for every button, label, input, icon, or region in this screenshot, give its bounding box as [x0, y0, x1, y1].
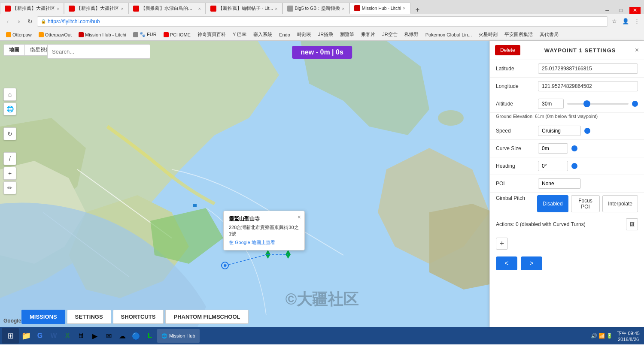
taskbar-line[interactable]: L	[143, 329, 156, 342]
taskbar-cloud[interactable]: ☁	[116, 329, 129, 342]
add-waypoint-btn[interactable]: +	[3, 167, 16, 180]
taskbar-media[interactable]: ▶	[88, 329, 101, 342]
taskbar-active-app[interactable]: 🌐 Mission Hub	[157, 329, 200, 343]
bookmark-passenger[interactable]: 乘客片	[358, 30, 378, 39]
popup-google-maps-link[interactable]: 在 Google 地圖上查看	[229, 240, 275, 245]
home-btn[interactable]: ⌂	[3, 88, 16, 101]
tab-close-4[interactable]: ×	[275, 6, 277, 11]
missions-tab-btn[interactable]: MISSIONS	[21, 310, 65, 324]
refresh-btn[interactable]: ↻	[26, 17, 34, 26]
prev-waypoint-btn[interactable]: <	[496, 256, 517, 270]
longitude-input[interactable]	[538, 81, 638, 91]
tab-label-4: 【新推薦】編輯帖子 - Lit...	[218, 6, 273, 12]
tab-1[interactable]: 【新推薦】大疆社区 ×	[0, 3, 64, 14]
bookmark-other[interactable]: 其代書局	[537, 30, 561, 39]
start-button[interactable]: ⊞	[2, 328, 19, 344]
google-brand: Google	[3, 318, 21, 324]
tab-4[interactable]: 【新推薦】編輯帖子 - Lit... ×	[206, 3, 283, 14]
taskbar-calc[interactable]: 🖩	[75, 329, 88, 342]
bookmark-pokemon-global[interactable]: Pokemon Global Lin...	[423, 31, 474, 38]
taskbar-word[interactable]: W	[47, 329, 60, 342]
gimbal-interpolate-btn[interactable]: Interpolate	[602, 195, 638, 212]
bookmark-private[interactable]: 私悸野	[402, 30, 421, 39]
minimize-btn[interactable]: ─	[602, 7, 613, 14]
shortcuts-tab-btn[interactable]: SHORTCUTS	[113, 310, 164, 324]
taskbar-email[interactable]: ✉	[102, 329, 115, 342]
folder-icon: 📁	[21, 331, 31, 341]
pen-btn[interactable]: ✏	[3, 181, 16, 194]
curve-input[interactable]	[538, 143, 568, 154]
globe-btn[interactable]: 🌐	[3, 103, 16, 115]
taskbar-time-text: 下午 09:45	[617, 330, 640, 337]
taskbar-google[interactable]: G	[33, 329, 46, 342]
forward-btn[interactable]: ›	[15, 17, 23, 26]
gimbal-disabled-btn[interactable]: Disabled	[537, 195, 568, 212]
map-view-btn[interactable]: 地圖	[3, 44, 25, 56]
actions-row: Actions: 0 (disabled with Curved Turns) …	[490, 215, 644, 234]
taskbar-excel[interactable]: X	[61, 329, 74, 342]
settings-tab-btn[interactable]: SETTINGS	[67, 310, 111, 324]
bookmark-missionhub[interactable]: Mission Hub - Litchi	[76, 31, 129, 38]
user-profile-icon[interactable]: 👤	[622, 18, 629, 25]
close-browser-btn[interactable]: ✕	[629, 7, 641, 14]
back-btn[interactable]: ‹	[3, 17, 12, 26]
word-icon: W	[50, 332, 57, 340]
actions-image-btn[interactable]: 🖼	[626, 218, 638, 230]
taskbar-chrome[interactable]: 🔵	[130, 329, 143, 342]
latitude-row: Latitude	[490, 60, 644, 78]
bookmark-endo[interactable]: Endo	[276, 31, 293, 38]
gimbal-focus-poi-btn[interactable]: Focus POI	[571, 195, 600, 212]
tab-favicon-2	[69, 6, 75, 12]
svg-point-3	[438, 110, 464, 126]
bookmark-jr[interactable]: JR搭乘	[316, 30, 336, 39]
waypoint-panel-header: Delete WAYPOINT 1 SETTINGS ×	[490, 41, 644, 60]
poi-input[interactable]	[538, 178, 581, 189]
bookmark-system[interactable]: 塞入系統	[251, 30, 275, 39]
tab-close-5[interactable]: ×	[342, 6, 344, 11]
tab-close-1[interactable]: ×	[57, 6, 59, 11]
waypoint-panel-close-btn[interactable]: ×	[635, 46, 639, 54]
bookmark-otterpawout[interactable]: OtterpawOut	[36, 31, 74, 38]
bookmark-fur[interactable]: 🐾 FUR	[131, 31, 159, 38]
bookmark-pchome[interactable]: PCHOME	[161, 31, 193, 38]
altitude-label: Altitude	[496, 101, 535, 107]
tab-favicon-3	[133, 6, 139, 12]
altitude-row: Altitude	[490, 95, 644, 113]
popup-close-btn[interactable]: ×	[298, 214, 301, 220]
bookmark-jrspace[interactable]: JR空亡	[380, 30, 400, 39]
tab-close-2[interactable]: ×	[121, 6, 123, 11]
bookmark-pokemon-wiki[interactable]: 神奇寶貝百科	[195, 30, 228, 39]
bookmark-yb[interactable]: Y 巴幸	[230, 30, 249, 39]
tab-6[interactable]: Mission Hub - Litchi ×	[349, 3, 410, 14]
poi-row: POI	[490, 175, 644, 193]
bookmark-otterpaw[interactable]: Otterpaw	[3, 31, 34, 38]
bookmark-mars[interactable]: 火星時刻	[476, 30, 500, 39]
settings-icon[interactable]: ⋮	[633, 18, 641, 25]
latitude-input[interactable]	[538, 63, 638, 74]
altitude-input[interactable]	[538, 99, 564, 109]
speed-input[interactable]	[538, 126, 581, 136]
altitude-slider[interactable]	[567, 103, 629, 105]
maximize-btn[interactable]: □	[616, 7, 626, 14]
bookmark-star-icon[interactable]: ☆	[611, 18, 618, 25]
lock-icon: 🔒	[41, 19, 46, 24]
tab-close-6[interactable]: ×	[403, 6, 405, 11]
tab-2[interactable]: 【新推薦】大疆社区 ×	[64, 3, 128, 14]
address-bar[interactable]: 🔒 https://flylitchi.com/hub	[37, 16, 608, 27]
next-waypoint-btn[interactable]: >	[521, 256, 542, 270]
tab-5[interactable]: Big5 to GB：塗斯轉換 ×	[283, 3, 349, 14]
bookmark-browse[interactable]: 瀏覽筆	[337, 30, 357, 39]
tab-close-3[interactable]: ×	[198, 6, 200, 11]
phantom-filmschool-tab-btn[interactable]: PHANTOM FILMSCHOOL	[165, 310, 248, 324]
ruler-btn[interactable]: /	[3, 152, 16, 165]
tab-3[interactable]: 【新推薦】水漂白鳥的釣... ×	[128, 3, 206, 14]
bookmark-timetable[interactable]: 時刻表	[295, 30, 314, 39]
new-tab-btn[interactable]: +	[416, 6, 419, 14]
bookmark-paan[interactable]: 平安圖所集活	[502, 30, 535, 39]
heading-input[interactable]	[538, 161, 568, 171]
refresh-map-btn[interactable]: ↻	[3, 127, 16, 140]
search-input[interactable]	[47, 44, 150, 59]
waypoint-delete-btn[interactable]: Delete	[495, 45, 520, 55]
taskbar-file-manager[interactable]: 📁	[20, 329, 33, 342]
add-action-btn[interactable]: +	[496, 238, 508, 250]
